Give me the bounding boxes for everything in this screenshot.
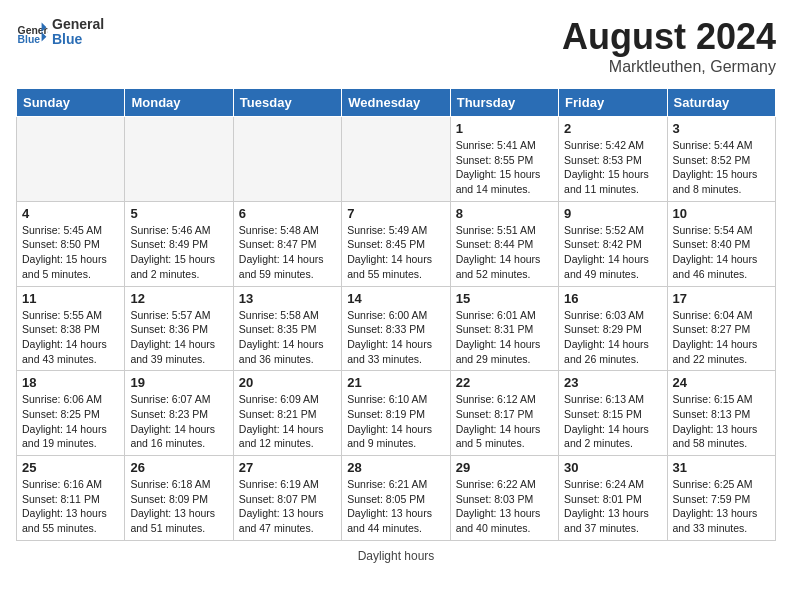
table-row: 9Sunrise: 5:52 AMSunset: 8:42 PMDaylight… xyxy=(559,201,667,286)
table-row: 21Sunrise: 6:10 AMSunset: 8:19 PMDayligh… xyxy=(342,371,450,456)
table-row xyxy=(125,117,233,202)
table-row: 1Sunrise: 5:41 AMSunset: 8:55 PMDaylight… xyxy=(450,117,558,202)
day-number: 7 xyxy=(347,206,444,221)
day-number: 14 xyxy=(347,291,444,306)
day-info: Sunrise: 6:22 AMSunset: 8:03 PMDaylight:… xyxy=(456,477,553,536)
day-number: 23 xyxy=(564,375,661,390)
day-number: 16 xyxy=(564,291,661,306)
table-row xyxy=(17,117,125,202)
day-info: Sunrise: 6:09 AMSunset: 8:21 PMDaylight:… xyxy=(239,392,336,451)
day-number: 10 xyxy=(673,206,770,221)
table-row: 20Sunrise: 6:09 AMSunset: 8:21 PMDayligh… xyxy=(233,371,341,456)
title-area: August 2024 Marktleuthen, Germany xyxy=(562,16,776,76)
day-number: 8 xyxy=(456,206,553,221)
col-friday: Friday xyxy=(559,89,667,117)
table-row: 16Sunrise: 6:03 AMSunset: 8:29 PMDayligh… xyxy=(559,286,667,371)
day-info: Sunrise: 5:49 AMSunset: 8:45 PMDaylight:… xyxy=(347,223,444,282)
table-row: 11Sunrise: 5:55 AMSunset: 8:38 PMDayligh… xyxy=(17,286,125,371)
day-number: 24 xyxy=(673,375,770,390)
day-number: 25 xyxy=(22,460,119,475)
day-number: 28 xyxy=(347,460,444,475)
day-info: Sunrise: 6:21 AMSunset: 8:05 PMDaylight:… xyxy=(347,477,444,536)
table-row: 31Sunrise: 6:25 AMSunset: 7:59 PMDayligh… xyxy=(667,456,775,541)
svg-text:Blue: Blue xyxy=(18,34,41,45)
day-info: Sunrise: 6:06 AMSunset: 8:25 PMDaylight:… xyxy=(22,392,119,451)
table-row: 2Sunrise: 5:42 AMSunset: 8:53 PMDaylight… xyxy=(559,117,667,202)
month-year: August 2024 xyxy=(562,16,776,58)
col-thursday: Thursday xyxy=(450,89,558,117)
day-number: 6 xyxy=(239,206,336,221)
table-row: 30Sunrise: 6:24 AMSunset: 8:01 PMDayligh… xyxy=(559,456,667,541)
table-row: 17Sunrise: 6:04 AMSunset: 8:27 PMDayligh… xyxy=(667,286,775,371)
table-row: 28Sunrise: 6:21 AMSunset: 8:05 PMDayligh… xyxy=(342,456,450,541)
table-row: 25Sunrise: 6:16 AMSunset: 8:11 PMDayligh… xyxy=(17,456,125,541)
day-number: 9 xyxy=(564,206,661,221)
calendar: Sunday Monday Tuesday Wednesday Thursday… xyxy=(16,88,776,541)
day-number: 20 xyxy=(239,375,336,390)
day-info: Sunrise: 6:19 AMSunset: 8:07 PMDaylight:… xyxy=(239,477,336,536)
table-row: 29Sunrise: 6:22 AMSunset: 8:03 PMDayligh… xyxy=(450,456,558,541)
calendar-week-3: 11Sunrise: 5:55 AMSunset: 8:38 PMDayligh… xyxy=(17,286,776,371)
day-info: Sunrise: 6:10 AMSunset: 8:19 PMDaylight:… xyxy=(347,392,444,451)
calendar-week-4: 18Sunrise: 6:06 AMSunset: 8:25 PMDayligh… xyxy=(17,371,776,456)
calendar-week-2: 4Sunrise: 5:45 AMSunset: 8:50 PMDaylight… xyxy=(17,201,776,286)
day-info: Sunrise: 6:16 AMSunset: 8:11 PMDaylight:… xyxy=(22,477,119,536)
day-info: Sunrise: 6:15 AMSunset: 8:13 PMDaylight:… xyxy=(673,392,770,451)
day-info: Sunrise: 6:25 AMSunset: 7:59 PMDaylight:… xyxy=(673,477,770,536)
day-number: 1 xyxy=(456,121,553,136)
day-number: 5 xyxy=(130,206,227,221)
day-number: 19 xyxy=(130,375,227,390)
logo-text-general: General xyxy=(52,17,104,32)
table-row: 23Sunrise: 6:13 AMSunset: 8:15 PMDayligh… xyxy=(559,371,667,456)
table-row: 14Sunrise: 6:00 AMSunset: 8:33 PMDayligh… xyxy=(342,286,450,371)
day-info: Sunrise: 5:57 AMSunset: 8:36 PMDaylight:… xyxy=(130,308,227,367)
day-info: Sunrise: 5:41 AMSunset: 8:55 PMDaylight:… xyxy=(456,138,553,197)
col-sunday: Sunday xyxy=(17,89,125,117)
day-info: Sunrise: 5:44 AMSunset: 8:52 PMDaylight:… xyxy=(673,138,770,197)
table-row: 3Sunrise: 5:44 AMSunset: 8:52 PMDaylight… xyxy=(667,117,775,202)
day-number: 21 xyxy=(347,375,444,390)
day-number: 11 xyxy=(22,291,119,306)
day-info: Sunrise: 5:51 AMSunset: 8:44 PMDaylight:… xyxy=(456,223,553,282)
day-number: 17 xyxy=(673,291,770,306)
footer-note: Daylight hours xyxy=(16,549,776,563)
day-info: Sunrise: 6:24 AMSunset: 8:01 PMDaylight:… xyxy=(564,477,661,536)
day-info: Sunrise: 5:58 AMSunset: 8:35 PMDaylight:… xyxy=(239,308,336,367)
day-number: 13 xyxy=(239,291,336,306)
calendar-header-row: Sunday Monday Tuesday Wednesday Thursday… xyxy=(17,89,776,117)
table-row: 24Sunrise: 6:15 AMSunset: 8:13 PMDayligh… xyxy=(667,371,775,456)
col-tuesday: Tuesday xyxy=(233,89,341,117)
day-info: Sunrise: 6:01 AMSunset: 8:31 PMDaylight:… xyxy=(456,308,553,367)
day-info: Sunrise: 6:13 AMSunset: 8:15 PMDaylight:… xyxy=(564,392,661,451)
col-monday: Monday xyxy=(125,89,233,117)
table-row xyxy=(233,117,341,202)
location: Marktleuthen, Germany xyxy=(562,58,776,76)
day-info: Sunrise: 6:03 AMSunset: 8:29 PMDaylight:… xyxy=(564,308,661,367)
calendar-week-1: 1Sunrise: 5:41 AMSunset: 8:55 PMDaylight… xyxy=(17,117,776,202)
day-number: 26 xyxy=(130,460,227,475)
logo-text-blue: Blue xyxy=(52,32,104,47)
daylight-label: Daylight hours xyxy=(358,549,435,563)
calendar-week-5: 25Sunrise: 6:16 AMSunset: 8:11 PMDayligh… xyxy=(17,456,776,541)
day-info: Sunrise: 6:00 AMSunset: 8:33 PMDaylight:… xyxy=(347,308,444,367)
table-row: 7Sunrise: 5:49 AMSunset: 8:45 PMDaylight… xyxy=(342,201,450,286)
day-number: 2 xyxy=(564,121,661,136)
day-number: 3 xyxy=(673,121,770,136)
table-row: 6Sunrise: 5:48 AMSunset: 8:47 PMDaylight… xyxy=(233,201,341,286)
day-number: 15 xyxy=(456,291,553,306)
table-row: 22Sunrise: 6:12 AMSunset: 8:17 PMDayligh… xyxy=(450,371,558,456)
day-number: 27 xyxy=(239,460,336,475)
day-number: 29 xyxy=(456,460,553,475)
table-row: 18Sunrise: 6:06 AMSunset: 8:25 PMDayligh… xyxy=(17,371,125,456)
day-info: Sunrise: 6:18 AMSunset: 8:09 PMDaylight:… xyxy=(130,477,227,536)
table-row: 26Sunrise: 6:18 AMSunset: 8:09 PMDayligh… xyxy=(125,456,233,541)
day-info: Sunrise: 5:46 AMSunset: 8:49 PMDaylight:… xyxy=(130,223,227,282)
table-row: 15Sunrise: 6:01 AMSunset: 8:31 PMDayligh… xyxy=(450,286,558,371)
table-row xyxy=(342,117,450,202)
day-number: 12 xyxy=(130,291,227,306)
day-info: Sunrise: 6:12 AMSunset: 8:17 PMDaylight:… xyxy=(456,392,553,451)
day-info: Sunrise: 5:45 AMSunset: 8:50 PMDaylight:… xyxy=(22,223,119,282)
header: General Blue General Blue August 2024 Ma… xyxy=(16,16,776,76)
day-info: Sunrise: 5:52 AMSunset: 8:42 PMDaylight:… xyxy=(564,223,661,282)
day-info: Sunrise: 5:48 AMSunset: 8:47 PMDaylight:… xyxy=(239,223,336,282)
